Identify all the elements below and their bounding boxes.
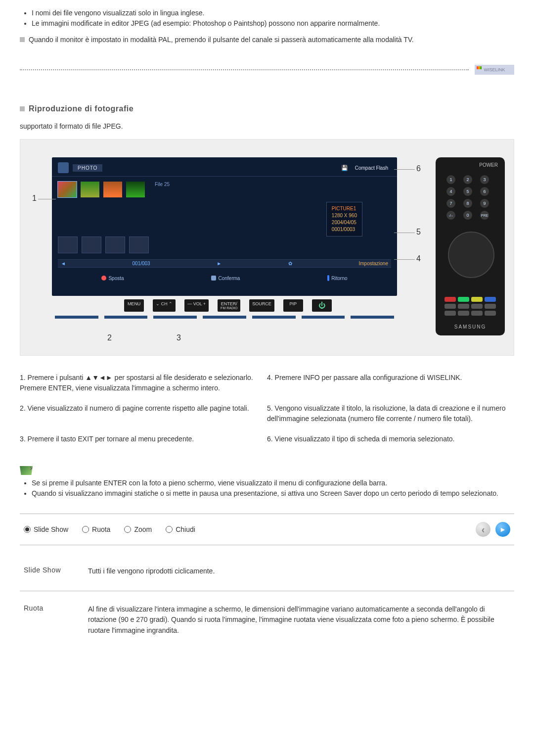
info-index: 0001/0003 <box>332 226 357 233</box>
control-conferma: Conferma <box>218 276 240 281</box>
section-heading: Riproduzione di fotografie <box>20 104 514 113</box>
dotted-line-icon <box>20 69 469 71</box>
definition-desc: Al fine di visualizzare l'intera immagin… <box>88 604 510 636</box>
gear-icon: ✿ <box>288 261 292 266</box>
definition-term: Ruota <box>24 604 88 636</box>
media-label: Compact Flash <box>352 164 391 172</box>
page-next-icon: ► <box>217 261 222 266</box>
tv-screenshot: PHOTO 💾 Compact Flash File 25 <box>29 148 427 346</box>
photo-info-box: PICTURE1 1280 X 960 2004/04/05 0001/0003 <box>326 202 362 236</box>
callout-6: 6 <box>416 164 421 173</box>
remote-ch-down: ⌄ CH ⌃ <box>153 299 176 312</box>
remote-dpad-icon <box>448 232 494 278</box>
divider-bar: WISELINK <box>20 65 514 75</box>
page-prev-icon: ◄ <box>61 261 66 266</box>
radio-icon <box>82 526 89 533</box>
option-zoom[interactable]: Zoom <box>124 525 152 533</box>
remote-control-illustration: POWER 123 456 789 -/--0PRE SAMSUNG <box>436 157 505 335</box>
thumbnail <box>103 182 122 197</box>
top-note-1: I nomi dei file vengono visualizzati sol… <box>32 8 514 18</box>
top-note-2: Le immagini modificate in editor JPEG (a… <box>32 18 514 29</box>
instruction-1: 1. Premere i pulsanti ▲▼◄► per spostarsi… <box>20 370 267 400</box>
definition-slide-show: Slide Show Tutti i file vengono riprodot… <box>20 558 514 591</box>
thumbnail-empty <box>105 236 125 253</box>
thumbnail-empty <box>58 236 78 253</box>
instruction-3: 3. Premere il tasto EXIT per tornare al … <box>20 431 267 451</box>
return-icon <box>327 275 329 281</box>
mid-notes: Se si preme il pulsante ENTER con la fot… <box>20 466 514 499</box>
radio-icon <box>124 526 131 533</box>
page-settings-label: Impostazione <box>358 261 388 266</box>
thumbnail <box>126 182 145 197</box>
figure-photo-browser: PHOTO 💾 Compact Flash File 25 <box>20 139 514 356</box>
control-sposta: Sposta <box>108 276 124 281</box>
option-label: Zoom <box>134 525 152 533</box>
option-label: Ruota <box>92 525 110 533</box>
control-ritorno: Ritorno <box>331 276 347 281</box>
folder-label: File 25 <box>155 182 170 187</box>
prev-button[interactable]: ‹ <box>476 522 490 537</box>
next-button[interactable] <box>495 522 510 537</box>
callout-5: 5 <box>416 228 421 236</box>
instruction-4: 4. Premere INFO per passare alla configu… <box>267 370 514 400</box>
note-banner-icon <box>20 466 33 475</box>
remote-menu: MENU <box>124 299 144 312</box>
remote-pip: PIP <box>283 299 303 312</box>
pal-note-text: Quando il monitor è impostato in modalit… <box>29 35 414 45</box>
remote-source: SOURCE <box>249 299 274 312</box>
mid-note-1: Se si preme il pulsante ENTER con la fot… <box>32 478 514 488</box>
thumbnail-empty <box>82 236 101 253</box>
pal-note: Quando il monitor è impostato in modalit… <box>20 35 514 45</box>
remote-vol: — VOL + <box>184 299 209 312</box>
callout-3: 3 <box>177 333 181 342</box>
confirm-icon <box>211 276 216 281</box>
radio-icon <box>166 526 173 533</box>
callout-4: 4 <box>416 254 421 263</box>
section-subheading: supportato il formato di file JPEG. <box>20 122 514 130</box>
info-date: 2004/04/05 <box>332 219 357 226</box>
options-bar: Slide Show Ruota Zoom Chiudi ‹ <box>20 514 514 545</box>
definition-ruota: Ruota Al fine di visualizzare l'intera i… <box>20 596 514 650</box>
photo-label: PHOTO <box>73 164 102 172</box>
option-chiudi[interactable]: Chiudi <box>166 525 195 533</box>
top-notes-list: I nomi dei file vengono visualizzati sol… <box>20 8 514 29</box>
info-resolution: 1280 X 960 <box>332 212 357 219</box>
thumbnail-empty <box>129 236 149 253</box>
instruction-6: 6. Viene visualizzato il tipo di scheda … <box>267 431 514 451</box>
option-slide-show[interactable]: Slide Show <box>24 525 68 533</box>
app-icon <box>58 162 69 173</box>
remote-brand: SAMSUNG <box>436 324 505 330</box>
instruction-2: 2. Viene visualizzato il numero di pagin… <box>20 400 267 431</box>
definition-term: Slide Show <box>24 566 88 577</box>
wiselink-chip-label: WISELINK <box>484 67 505 72</box>
media-icon: 💾 <box>341 165 348 171</box>
callout-2: 2 <box>107 333 112 342</box>
definition-desc: Tutti i file vengono riprodotti ciclicam… <box>88 566 510 577</box>
option-label: Slide Show <box>34 525 68 533</box>
move-icon <box>101 276 106 281</box>
info-name: PICTURE1 <box>332 205 357 212</box>
wiselink-chip: WISELINK <box>475 65 514 75</box>
thumbnail <box>58 182 77 197</box>
thumbnail <box>81 182 99 197</box>
chevron-left-icon: ‹ <box>482 524 485 535</box>
hint-strip <box>52 316 397 320</box>
callout-1: 1 <box>32 194 37 203</box>
square-bullet-icon <box>20 106 25 111</box>
option-label: Chiudi <box>176 525 195 533</box>
page-counter: 001/003 <box>133 261 150 266</box>
remote-power-icon: ⏻ <box>312 299 332 312</box>
remote-enter: ENTER/FM RADIO <box>218 299 240 312</box>
section-heading-text: Riproduzione di fotografie <box>29 104 134 113</box>
mid-note-2: Quando si visualizzano immagini statiche… <box>32 488 514 499</box>
square-bullet-icon <box>20 37 25 42</box>
radio-icon <box>24 526 31 533</box>
instructions-table: 1. Premere i pulsanti ▲▼◄► per spostarsi… <box>20 370 514 451</box>
instruction-5: 5. Vengono visualizzate il titolo, la ri… <box>267 400 514 431</box>
option-ruota[interactable]: Ruota <box>82 525 110 533</box>
remote-button-row: MENU ⌄ CH ⌃ — VOL + ENTER/FM RADIO SOURC… <box>29 299 427 312</box>
remote-power-label: POWER <box>479 162 498 168</box>
